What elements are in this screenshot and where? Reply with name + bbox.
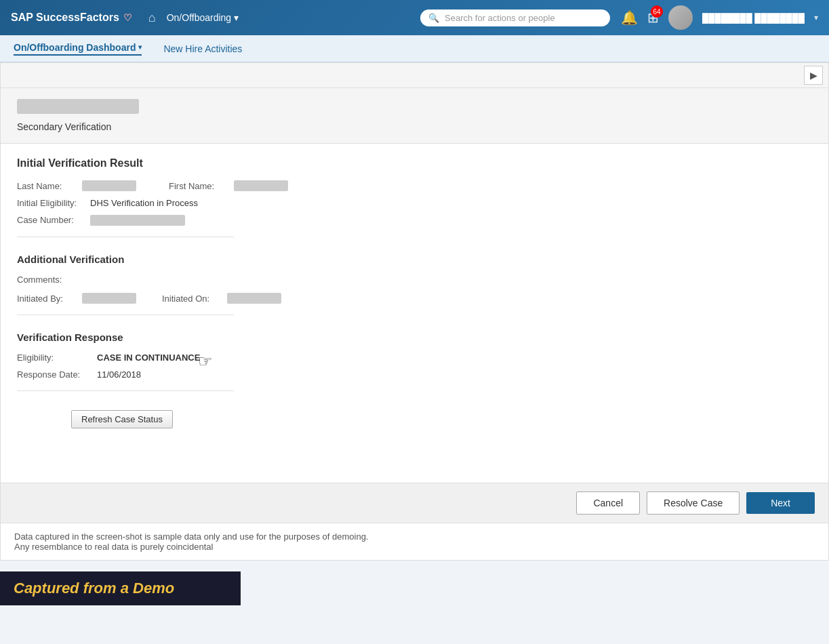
bell-icon[interactable]: 🔔 [621,9,638,26]
initial-verification-title: Initial Verification Result [17,157,812,169]
disclaimer-area: Data captured in the screen-shot is samp… [1,523,828,560]
new-hire-link-label: New Hire Activities [163,43,242,54]
module-dropdown[interactable]: On/Offboarding ▾ [167,12,239,23]
initial-verification-section: Initial Verification Result Last Name: F… [17,157,812,237]
verification-response-section: Verification Response Eligibility: CASE … [17,331,812,391]
comments-label: Comments: [17,275,92,285]
home-icon[interactable]: ⌂ [148,11,156,25]
nav-icons: 🔔 ⊞ 64 ████████ ████████ ▾ [621,5,818,30]
brand-name: SAP SuccessFactors [11,12,119,24]
initiated-on-field: Initiated On: [162,293,281,304]
case-number-row: Case Number: [17,215,812,226]
avatar[interactable] [668,5,693,30]
content-area: Initial Verification Result Last Name: F… [1,144,828,483]
badge-count: 64 [651,5,663,18]
first-name-label: First Name: [169,181,230,191]
section-divider-1 [17,237,234,237]
initiated-by-field: Initiated By: [17,293,136,304]
section-divider-3 [17,390,234,391]
demo-banner-text: Captured from a Demo [14,580,174,597]
next-button[interactable]: Next [746,492,815,514]
action-bar: Cancel Resolve Case Next [1,483,828,523]
eligibility-label: Initial Eligibility: [17,198,85,208]
dashboard-chevron-icon: ▾ [138,43,142,51]
expand-section: ▶ [1,63,828,88]
additional-verification-section: Additional Verification Comments: Initia… [17,254,812,315]
response-date-label: Response Date: [17,369,92,380]
dashboard-link-label: On/Offboarding Dashboard [14,42,136,53]
initiated-on-value [227,293,281,304]
initiated-on-label: Initiated On: [162,294,223,304]
demo-banner: Captured from a Demo [0,571,241,605]
eligibility-row: Initial Eligibility: DHS Verification in… [17,198,812,208]
name-row: Last Name: First Name: [17,180,812,191]
expand-button[interactable]: ▶ [804,66,823,85]
last-name-field: Last Name: [17,180,136,191]
nav-link-dashboard[interactable]: On/Offboarding Dashboard ▾ [14,42,142,56]
cancel-button[interactable]: Cancel [576,491,640,515]
additional-verification-title: Additional Verification [17,254,812,265]
response-date-value: 11/06/2018 [97,369,141,380]
last-name-value [82,180,136,191]
search-icon: 🔍 [428,13,439,23]
resolve-case-button[interactable]: Resolve Case [647,491,740,515]
person-subtitle: Secondary Verification [17,121,812,132]
initiated-row: Initiated By: Initiated On: [17,293,812,304]
first-name-field: First Name: [169,180,288,191]
refresh-area: Refresh Case Status ☞ [17,407,812,469]
search-placeholder: Search for actions or people [445,13,555,23]
initiated-by-value [82,293,136,304]
initiated-by-label: Initiated By: [17,294,78,304]
response-eligibility-value: CASE IN CONTINUANCE [97,353,200,363]
refresh-case-status-button[interactable]: Refresh Case Status [71,410,173,428]
top-navigation: SAP SuccessFactors ♡ ⌂ On/Offboarding ▾ … [0,0,829,35]
first-name-value [234,180,288,191]
case-number-value [90,215,185,226]
main-content: ▶ Secondary Verification Initial Verific… [0,62,829,561]
section-divider-2 [17,315,234,315]
heart-icon: ♡ [123,12,132,23]
last-name-label: Last Name: [17,181,78,191]
comments-row: Comments: [17,275,812,285]
user-chevron-icon[interactable]: ▾ [814,13,818,22]
person-name-blurred [17,99,139,114]
user-name[interactable]: ████████ ████████ [702,13,805,23]
response-eligibility-row: Eligibility: CASE IN CONTINUANCE [17,353,812,363]
response-date-row: Response Date: 11/06/2018 [17,369,812,380]
brand-logo: SAP SuccessFactors ♡ [11,12,132,24]
module-label: On/Offboarding [167,12,231,23]
response-eligibility-label: Eligibility: [17,353,92,363]
avatar-placeholder [668,5,693,30]
badge-icon[interactable]: ⊞ 64 [647,9,659,26]
disclaimer-line2: Any resemblance to real data is purely c… [14,542,815,552]
eligibility-value: DHS Verification in Process [90,198,198,208]
module-chevron-icon: ▾ [234,12,239,23]
verification-response-title: Verification Response [17,331,812,343]
person-header: Secondary Verification [1,88,828,144]
search-bar[interactable]: 🔍 Search for actions or people [420,9,610,26]
expand-icon: ▶ [810,70,817,81]
disclaimer-line1: Data captured in the screen-shot is samp… [14,531,815,542]
secondary-navigation: On/Offboarding Dashboard ▾ New Hire Acti… [0,35,829,62]
case-number-label: Case Number: [17,215,85,225]
nav-link-new-hire[interactable]: New Hire Activities [163,43,242,54]
